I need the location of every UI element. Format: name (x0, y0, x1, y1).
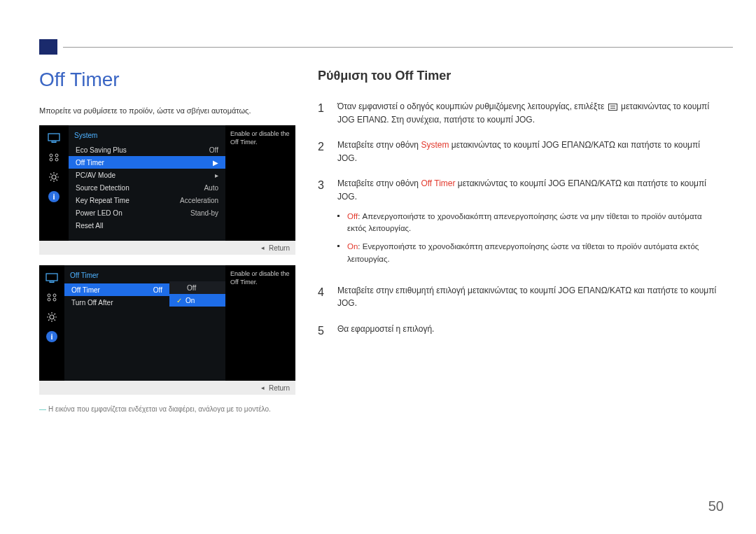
svg-rect-0 (48, 134, 59, 141)
sub-bullet: On: Ενεργοποιήστε το χρονοδιακόπτη απενε… (337, 241, 717, 266)
info-icon: i (46, 331, 57, 342)
sub-bullet: Off: Απενεργοποιήστε το χρονοδιακόπτη απ… (337, 211, 717, 236)
return-arrow-icon: ◂ (261, 384, 265, 391)
osd-menu-header: System (69, 129, 225, 143)
chapter-marker (39, 39, 57, 55)
footnote: ―Η εικόνα που εμφανίζεται ενδέχεται να δ… (39, 405, 300, 413)
menu-item: Key Repeat TimeAcceleration (69, 194, 225, 206)
submenu-item-selected: Off TimerOff (64, 283, 169, 296)
step-4: 4 Μεταβείτε στην επιθυμητή επιλογή μετακ… (318, 284, 717, 310)
step-number: 1 (318, 100, 328, 126)
svg-point-12 (53, 298, 56, 301)
submenu-item: Turn Off After (64, 296, 169, 309)
picture-frame-icon (45, 292, 59, 303)
gear-icon (47, 171, 61, 183)
step-number: 3 (318, 177, 328, 271)
osd-tooltip: Enable or disable the Off Timer. (225, 265, 295, 381)
return-label: Return (269, 384, 290, 392)
gear-icon (45, 311, 59, 323)
svg-point-9 (48, 294, 50, 297)
menu-item: Eco Saving PlusOff (69, 143, 225, 156)
step-1: 1 Όταν εμφανιστεί ο οδηγός κουμπιών ρυθμ… (318, 100, 717, 126)
step-number: 4 (318, 284, 328, 310)
svg-point-13 (50, 315, 54, 319)
osd-submenu-list: Off Timer Off TimerOff Turn Off After (64, 265, 169, 381)
menu-item: PC/AV Mode▸ (69, 169, 225, 181)
osd-footer: ◂ Return (39, 381, 295, 395)
osd-menu-list: System Eco Saving PlusOff Off Timer▶ PC/… (69, 125, 225, 241)
intro-text: Μπορείτε να ρυθμίσετε το προϊόν, ώστε να… (39, 106, 300, 115)
page-number: 50 (708, 498, 724, 514)
step-number: 2 (318, 139, 328, 164)
svg-rect-8 (50, 281, 54, 283)
menu-icon (608, 104, 617, 111)
svg-point-3 (55, 154, 58, 157)
step-text: Όταν εμφανιστεί ο οδηγός κουμπιών ρυθμιζ… (337, 100, 717, 126)
osd-dropdown: Off ✓On (169, 265, 225, 381)
osd-submenu-header: Off Timer (64, 269, 169, 283)
svg-rect-1 (52, 141, 56, 143)
svg-point-11 (48, 298, 50, 301)
return-arrow-icon: ◂ (261, 244, 265, 251)
info-icon: i (48, 191, 59, 202)
dropdown-option: Off (169, 281, 225, 294)
top-rule (63, 47, 733, 48)
step-text: Μεταβείτε στην οθόνη System μετακινώντας… (337, 139, 717, 164)
osd-sidebar: i (39, 125, 69, 241)
page-title: Off Timer (39, 69, 300, 91)
bullet-icon (337, 211, 340, 236)
dropdown-option-selected: ✓On (169, 294, 225, 307)
step-text: Μεταβείτε στην επιθυμητή επιλογή μετακιν… (337, 284, 717, 310)
menu-item: Reset All (69, 219, 225, 232)
monitor-icon (47, 132, 61, 143)
svg-point-10 (53, 294, 56, 297)
step-text: Θα εφαρμοστεί η επιλογή. (337, 323, 717, 340)
menu-item: Power LED OnStand-by (69, 206, 225, 219)
step-3: 3 Μεταβείτε στην οθόνη Off Timer μετακιν… (318, 177, 717, 271)
monitor-icon (45, 272, 59, 283)
svg-point-5 (55, 158, 58, 161)
osd-sidebar: i (39, 265, 64, 381)
osd-screenshot-offtimer: i Off Timer Off TimerOff Turn Off After … (39, 265, 295, 395)
check-icon: ✓ (176, 297, 182, 304)
menu-item: Source DetectionAuto (69, 181, 225, 194)
osd-screenshot-system: i System Eco Saving PlusOff Off Timer▶ P… (39, 125, 295, 255)
picture-frame-icon (47, 152, 61, 163)
step-5: 5 Θα εφαρμοστεί η επιλογή. (318, 323, 717, 340)
step-number: 5 (318, 323, 328, 340)
svg-point-4 (50, 158, 52, 161)
step-text: Μεταβείτε στην οθόνη Off Timer μετακινών… (337, 177, 717, 271)
svg-point-2 (50, 154, 52, 157)
svg-rect-7 (46, 274, 57, 281)
svg-point-6 (52, 175, 56, 179)
section-subtitle: Ρύθμιση του Off Timer (318, 69, 717, 83)
bullet-icon (337, 241, 340, 266)
osd-tooltip: Enable or disable the Off Timer. (225, 125, 295, 241)
menu-item-selected: Off Timer▶ (69, 156, 225, 169)
step-2: 2 Μεταβείτε στην οθόνη System μετακινώντ… (318, 139, 717, 164)
osd-footer: ◂ Return (39, 241, 295, 255)
return-label: Return (269, 244, 290, 252)
